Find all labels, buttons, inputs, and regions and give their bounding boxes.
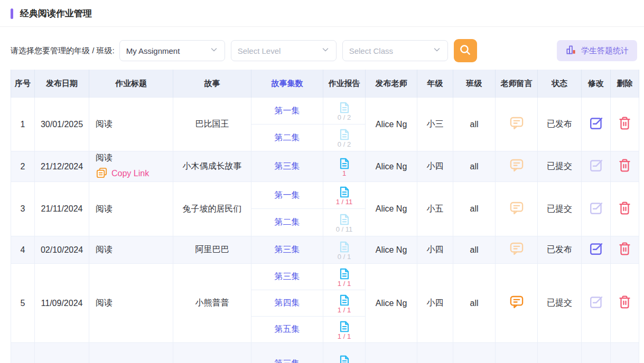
report-document-icon[interactable]: 0 / 2 xyxy=(338,128,351,148)
cell-report: 0 / 1 xyxy=(323,236,366,264)
cell-episode: 第一集 xyxy=(251,98,323,125)
cell-delete xyxy=(611,151,639,182)
delete-trash-icon[interactable] xyxy=(618,242,631,256)
assignment-select[interactable]: My Assignment xyxy=(119,40,225,61)
chevron-down-icon xyxy=(321,45,330,56)
teacher-comment-icon[interactable] xyxy=(509,158,524,173)
cell-episode: 第三集 xyxy=(251,343,323,363)
assignment-select-value: My Assignment xyxy=(126,46,180,55)
edit-icon[interactable] xyxy=(589,116,604,131)
delete-trash-icon[interactable] xyxy=(618,295,631,309)
column-header-teacher-comment: 老师留言 xyxy=(496,70,538,98)
cell-teacher-comment xyxy=(496,151,538,182)
cell-index: 3 xyxy=(11,182,35,236)
cell-class: all xyxy=(453,264,496,343)
table-row: 221/12/2024阅读 Copy Link小木偶成长故事第三集 1Alice… xyxy=(11,151,639,182)
column-header-publish-date: 发布日期 xyxy=(35,70,89,98)
cell-teacher: Alice Ng xyxy=(366,151,417,182)
teacher-comment-icon[interactable] xyxy=(509,295,524,309)
report-document-icon[interactable]: 1 / 1 xyxy=(338,320,351,340)
cell-index: 4 xyxy=(11,236,35,264)
delete-trash-icon[interactable] xyxy=(618,201,631,215)
cell-status: 已提交 xyxy=(538,151,582,182)
cell-edit xyxy=(582,98,611,151)
search-button[interactable] xyxy=(454,39,477,62)
report-document-icon[interactable]: 0 / 2 xyxy=(338,101,351,121)
page-header: 经典阅读作业管理 xyxy=(0,0,644,26)
title-accent-bar xyxy=(11,8,13,19)
cell-delete xyxy=(611,236,639,264)
column-header-delete: 删除 xyxy=(611,70,639,98)
bar-chart-icon xyxy=(565,44,576,57)
cell-assignment-title xyxy=(89,343,173,363)
report-document-icon[interactable]: 1 / 1 xyxy=(338,354,351,363)
cell-grade: 小三 xyxy=(417,98,453,151)
class-select[interactable]: Select Class xyxy=(342,40,448,61)
episode-link[interactable]: 第三集 xyxy=(275,272,300,281)
cell-episode: 第三集 xyxy=(251,151,323,182)
teacher-comment-icon[interactable] xyxy=(509,116,524,130)
cell-episode: 第一集 xyxy=(251,182,323,209)
report-document-icon[interactable]: 0 / 11 xyxy=(336,213,353,233)
edit-icon xyxy=(589,158,604,173)
report-document-icon[interactable]: 1 / 1 xyxy=(338,293,351,313)
cell-publish-date: 11/09/2024 xyxy=(35,264,89,343)
report-count: 1 / 11 xyxy=(336,198,353,205)
delete-trash-icon[interactable] xyxy=(618,116,631,130)
edit-icon[interactable] xyxy=(589,241,604,256)
episode-link[interactable]: 第三集 xyxy=(275,161,300,170)
cell-teacher: Alice Ng xyxy=(366,98,417,151)
cell-assignment-title: 阅读 xyxy=(89,236,173,264)
class-select-placeholder: Select Class xyxy=(349,46,393,55)
assignment-management-page: 经典阅读作业管理 请选择您要管理的年级 / 班级: My Assignment … xyxy=(0,0,644,363)
cell-index: 5 xyxy=(11,264,35,343)
cell-class: all xyxy=(453,236,496,264)
teacher-comment-icon[interactable] xyxy=(509,201,524,215)
column-header-assignment-title: 作业标题 xyxy=(89,70,173,98)
cell-status xyxy=(538,343,582,363)
filter-label: 请选择您要管理的年级 / 班级: xyxy=(11,46,115,56)
cell-report: 1 / 1 xyxy=(323,317,366,343)
level-select[interactable]: Select Level xyxy=(231,40,337,61)
student-stats-button[interactable]: 学生答题统计 xyxy=(557,40,637,61)
episode-link[interactable]: 第四集 xyxy=(275,298,300,307)
column-header-status: 状态 xyxy=(538,70,582,98)
cell-edit xyxy=(582,264,611,343)
filter-toolbar: 请选择您要管理的年级 / 班级: My Assignment Select Le… xyxy=(0,27,644,62)
chevron-down-icon xyxy=(210,45,218,56)
episode-link[interactable]: 第一集 xyxy=(275,106,300,115)
episode-link[interactable]: 第三集 xyxy=(275,359,300,363)
report-document-icon[interactable]: 1 / 1 xyxy=(338,267,351,287)
cell-status: 已提交 xyxy=(538,182,582,236)
student-stats-label: 学生答题统计 xyxy=(581,46,629,56)
episode-link[interactable]: 第一集 xyxy=(275,190,300,199)
cell-teacher-comment xyxy=(496,264,538,343)
cell-publish-date: 21/11/2024 xyxy=(35,182,89,236)
cell-story: 巴比国王 xyxy=(173,98,251,151)
cell-assignment-title: 阅读 xyxy=(89,264,173,343)
cell-report: 0 / 2 xyxy=(323,125,366,151)
teacher-comment-icon[interactable] xyxy=(509,242,524,256)
report-document-icon[interactable]: 1 / 11 xyxy=(336,185,353,205)
copy-link-button[interactable]: Copy Link xyxy=(96,167,173,181)
cell-report: 1 / 1 xyxy=(323,290,366,317)
cell-publish-date xyxy=(35,343,89,363)
cell-teacher-comment xyxy=(496,236,538,264)
episode-link[interactable]: 第三集 xyxy=(275,245,300,254)
cell-grade: 小四 xyxy=(417,236,453,264)
episode-link[interactable]: 第二集 xyxy=(275,217,300,226)
report-document-icon[interactable]: 0 / 1 xyxy=(338,240,351,260)
cell-grade: 小四 xyxy=(417,264,453,343)
report-count: 1 / 1 xyxy=(338,307,351,313)
column-header-class: 班级 xyxy=(453,70,496,98)
table-row: 第三集 1 / 1 xyxy=(11,343,639,363)
delete-trash-icon[interactable] xyxy=(618,158,631,173)
episode-link[interactable]: 第二集 xyxy=(275,133,300,142)
cell-teacher-comment xyxy=(496,182,538,236)
episode-link[interactable]: 第五集 xyxy=(275,324,300,333)
cell-index xyxy=(11,343,35,363)
cell-delete xyxy=(611,182,639,236)
cell-status: 已提交 xyxy=(538,264,582,343)
report-document-icon[interactable]: 1 xyxy=(338,157,351,177)
report-count: 1 / 1 xyxy=(338,333,351,340)
